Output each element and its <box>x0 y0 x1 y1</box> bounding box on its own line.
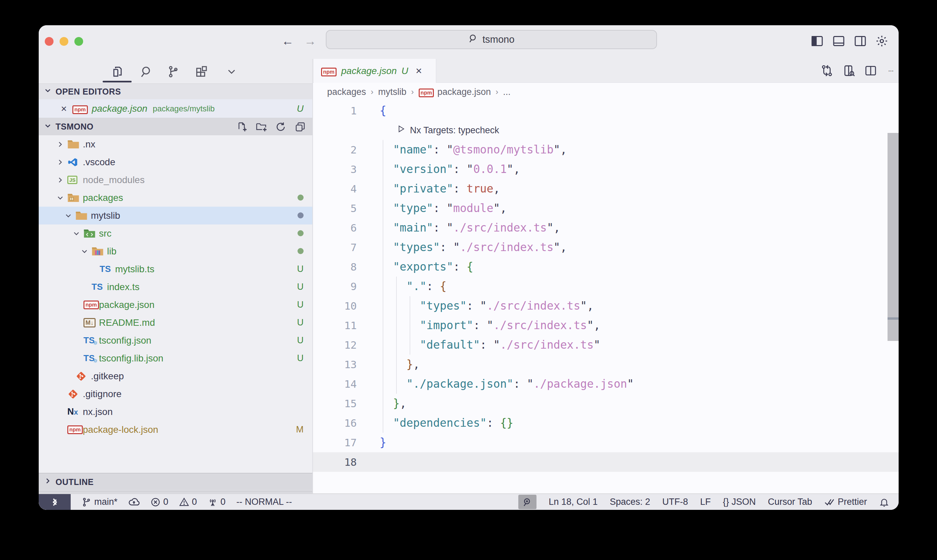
tree-item-mytslib[interactable]: mytslib <box>39 207 312 225</box>
chevron-right-icon[interactable] <box>53 176 67 185</box>
source-control-icon[interactable] <box>164 63 182 80</box>
outline-section[interactable]: OUTLINE <box>39 473 312 490</box>
npm-icon: npm <box>72 103 88 114</box>
status-item-formatter[interactable]: Prettier <box>824 497 867 508</box>
navigate-back-button[interactable]: ← <box>279 33 296 49</box>
line-number: 15 <box>313 394 361 413</box>
code-editor[interactable]: 1{Nx Targets: typecheck2 "name": "@tsmon… <box>313 101 899 493</box>
status-item-language-mode[interactable]: {} JSON <box>723 497 756 507</box>
code-line-16[interactable]: 16 "dependencies": {} <box>313 413 899 433</box>
status-item-errors[interactable]: 0 <box>151 497 168 507</box>
status-item-zoom-indicator[interactable] <box>518 495 537 509</box>
code-line-15[interactable]: 15 }, <box>313 394 899 413</box>
collapse-all-icon[interactable] <box>294 121 306 133</box>
tree-item-lib[interactable]: lib <box>39 242 312 260</box>
code-line-5[interactable]: 5 "type": "module", <box>313 198 899 218</box>
new-file-icon[interactable] <box>235 121 248 133</box>
breadcrumb-item[interactable]: mytslib <box>378 87 406 97</box>
tree-item-package-lock-json[interactable]: npmpackage-lock.jsonM <box>39 421 312 438</box>
tree-item-tsconfig-json[interactable]: TStsconfig.jsonU <box>39 331 312 349</box>
ellipsis-icon[interactable]: ⋯ <box>883 62 899 79</box>
code-line-7[interactable]: 7 "types": "./src/index.ts", <box>313 238 899 257</box>
tab-package-json[interactable]: npm package.json U × <box>314 59 436 83</box>
tree-item-vscode[interactable]: .vscode <box>39 153 312 171</box>
code-line-4[interactable]: 4 "private": true, <box>313 179 899 198</box>
layout-sidebar-left-icon[interactable] <box>809 33 825 49</box>
close-icon[interactable]: × <box>61 103 72 114</box>
layout-panel-icon[interactable] <box>831 33 846 49</box>
breadcrumb-item[interactable]: packages <box>327 87 366 97</box>
code-line-1[interactable]: 1{ <box>313 101 899 120</box>
gear-icon[interactable] <box>874 33 889 49</box>
codelens-nx-targets[interactable]: Nx Targets: typecheck <box>313 120 899 140</box>
tree-item-gitkeep[interactable]: .gitkeep <box>39 367 312 385</box>
tree-item-index-ts[interactable]: TSindex.tsU <box>39 278 312 296</box>
open-editor-item[interactable]: × npm package.json packages/mytslib U <box>39 99 312 118</box>
chevron-down-icon[interactable] <box>223 63 240 80</box>
extensions-icon[interactable] <box>192 63 210 80</box>
code-line-12[interactable]: 12 "default": "./src/index.ts" <box>313 335 899 355</box>
breadcrumb: packages›mytslib›npmpackage.json›... <box>313 83 899 101</box>
status-item-remote[interactable] <box>39 494 71 510</box>
close-icon[interactable]: × <box>415 65 422 77</box>
split-editor-icon[interactable] <box>862 62 879 79</box>
git-status-badge: U <box>297 317 304 328</box>
tree-item-src[interactable]: src <box>39 225 312 242</box>
code-line-18[interactable]: 18 <box>313 452 899 472</box>
open-editors-header[interactable]: OPEN EDITORS <box>39 83 312 99</box>
command-center-search[interactable]: tsmono <box>326 30 657 49</box>
line-number: 5 <box>313 198 361 218</box>
code-line-6[interactable]: 6 "main": "./src/index.ts", <box>313 218 899 238</box>
open-notebook-search-icon[interactable] <box>841 62 858 79</box>
status-item-warnings[interactable]: 0 <box>179 497 197 507</box>
code-line-11[interactable]: 11 "import": "./src/index.ts", <box>313 316 899 335</box>
tree-item-mytslib-ts[interactable]: TSmytslib.tsU <box>39 260 312 278</box>
breadcrumb-item[interactable]: npmpackage.json <box>419 86 491 97</box>
status-item-notifications[interactable] <box>879 497 889 507</box>
chevron-down-icon[interactable] <box>69 229 83 238</box>
traffic-light-close[interactable] <box>45 37 54 46</box>
search-view-icon[interactable] <box>137 63 155 80</box>
chevron-down-icon[interactable] <box>61 211 75 220</box>
code-line-13[interactable]: 13 }, <box>313 355 899 374</box>
status-item-cursor-position[interactable]: Ln 18, Col 1 <box>549 497 598 507</box>
chevron-right-icon[interactable] <box>53 140 67 149</box>
tree-item-gitignore[interactable]: .gitignore <box>39 385 312 403</box>
status-item-vim-mode[interactable]: -- NORMAL -- <box>236 497 292 507</box>
refresh-icon[interactable] <box>275 121 287 133</box>
code-line-2[interactable]: 2 "name": "@tsmono/mytslib", <box>313 140 899 160</box>
tree-item-node-modules[interactable]: JSnode_modules <box>39 171 312 189</box>
status-item-ports[interactable]: 0 <box>208 497 226 507</box>
code-line-8[interactable]: 8 "exports": { <box>313 257 899 277</box>
status-item-indentation[interactable]: Spaces: 2 <box>610 497 650 507</box>
traffic-light-maximize[interactable] <box>74 37 83 46</box>
code-line-10[interactable]: 10 "types": "./src/index.ts", <box>313 296 899 316</box>
navigate-forward-button[interactable]: → <box>302 33 319 49</box>
tree-item-packages[interactable]: packages <box>39 189 312 207</box>
code-line-3[interactable]: 3 "version": "0.0.1", <box>313 160 899 179</box>
status-item-eol[interactable]: LF <box>700 497 711 507</box>
compare-changes-icon[interactable] <box>819 62 835 79</box>
outline-title: OUTLINE <box>55 477 94 487</box>
code-line-17[interactable]: 17} <box>313 433 899 452</box>
explorer-section-header[interactable]: TSMONO <box>39 118 312 135</box>
tree-item-readme-md[interactable]: M↓README.mdU <box>39 314 312 331</box>
tree-item-package-json[interactable]: npmpackage.jsonU <box>39 296 312 314</box>
code-line-14[interactable]: 14 "./package.json": "./package.json" <box>313 374 899 394</box>
status-item-git-branch[interactable]: main* <box>82 497 117 507</box>
status-item-encoding[interactable]: UTF-8 <box>662 497 688 507</box>
tree-item-tsconfig-lib-json[interactable]: TStsconfig.lib.jsonU <box>39 349 312 367</box>
traffic-light-minimize[interactable] <box>60 37 68 46</box>
tree-item-nx[interactable]: .nx <box>39 135 312 153</box>
status-item-cursor-tab[interactable]: Cursor Tab <box>768 497 812 507</box>
status-item-sync[interactable] <box>128 496 140 508</box>
layout-sidebar-right-icon[interactable] <box>852 33 868 49</box>
tree-item-nx-json[interactable]: Nxnx.json <box>39 403 312 421</box>
chevron-down-icon[interactable] <box>53 194 67 202</box>
breadcrumb-item[interactable]: ... <box>503 87 511 97</box>
new-folder-icon[interactable] <box>255 121 267 133</box>
explorer-icon[interactable] <box>109 63 126 80</box>
chevron-down-icon[interactable] <box>77 247 92 256</box>
code-line-9[interactable]: 9 ".": { <box>313 277 899 296</box>
chevron-right-icon[interactable] <box>53 158 67 166</box>
